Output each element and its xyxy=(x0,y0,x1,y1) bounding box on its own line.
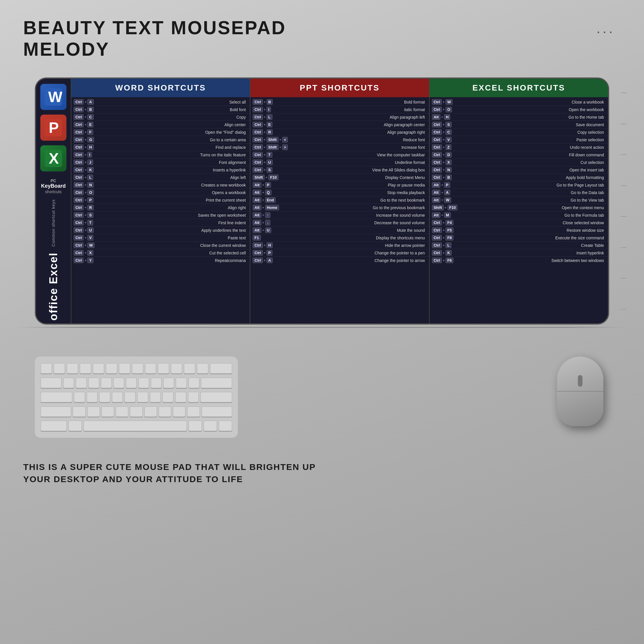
shortcut-desc: Increase the sound volume xyxy=(293,213,426,218)
excel-shortcut-list: Ctrl+WClose a workbookCtrl+OOpen the wor… xyxy=(430,97,608,323)
shortcut-row: Ctrl+DFill down command xyxy=(430,151,608,159)
kbd-key xyxy=(113,378,124,388)
key-plus: + xyxy=(84,108,87,112)
key-badge: Ctrl xyxy=(74,190,84,195)
mousepad-wrapper: W P X PC KeyBoard xyxy=(17,77,627,325)
key-plus: + xyxy=(441,115,444,119)
key-combo: Ctrl+F6 xyxy=(432,258,470,263)
shortcut-row: Ctrl+EAlign paragraph center xyxy=(250,121,429,129)
footer-line2: YOUR DESKTOP AND YOUR ATTITUDE TO LIFE xyxy=(23,473,621,485)
key-badge: Ctrl xyxy=(74,212,84,218)
key-combo: Ctrl+V xyxy=(432,137,470,142)
key-badge: Ctrl xyxy=(432,175,442,180)
key-badge: N xyxy=(446,167,452,173)
key-badge: P xyxy=(267,250,273,256)
key-badge: F4 xyxy=(446,220,453,225)
key-badge: H xyxy=(87,144,93,150)
key-combo: Ctrl+R xyxy=(74,205,108,210)
key-badge: F xyxy=(87,129,93,135)
ruler-tick xyxy=(621,154,627,155)
kbd-key xyxy=(158,363,169,374)
kbd-key xyxy=(200,392,232,402)
key-badge: B xyxy=(87,107,93,112)
key-badge: Ctrl xyxy=(74,167,84,173)
key-combo: Ctrl+H xyxy=(74,144,108,150)
key-badge: L xyxy=(446,243,451,248)
key-badge: C xyxy=(87,114,93,120)
key-combo: Ctrl+W xyxy=(74,243,108,248)
key-combo: Ctrl+U xyxy=(253,160,293,165)
shortcut-desc: Reduce font xyxy=(293,138,426,142)
kbd-key xyxy=(159,406,171,417)
key-combo: Ctrl+T xyxy=(253,152,293,158)
key-badge: Z xyxy=(446,144,451,150)
key-badge: Ctrl xyxy=(74,258,84,263)
key-combo: Ctrl+U xyxy=(74,227,108,233)
shortcut-row: Ctrl+SSaves the open worksheet xyxy=(71,211,250,219)
kbd-key xyxy=(151,378,162,388)
key-badge: G xyxy=(87,137,94,142)
shortcut-desc: Change the pointer to arrow xyxy=(293,258,426,263)
shortcut-desc: Print the current sheet xyxy=(108,198,247,202)
key-plus: + xyxy=(279,145,282,149)
shortcut-row: Ctrl+NCreates a new workbook xyxy=(71,181,250,189)
ruler-tick xyxy=(621,278,627,278)
kbd-key xyxy=(80,363,91,374)
shortcut-row: Alt+PGo to the Page Layout tab xyxy=(430,181,608,189)
kbd-key xyxy=(87,392,98,402)
kbd-key xyxy=(204,421,217,431)
shortcut-desc: Close selected window xyxy=(470,220,606,225)
kbd-key xyxy=(87,406,100,417)
key-plus: + xyxy=(262,206,265,210)
key-plus: + xyxy=(441,191,444,195)
key-badge: I xyxy=(267,107,271,112)
key-combo: Ctrl+Shift+> xyxy=(253,144,293,150)
key-badge: Ctrl xyxy=(253,250,263,256)
key-plus: + xyxy=(84,198,87,202)
kbd-key xyxy=(99,392,110,402)
shortcut-row: Alt+MGo to the Formula tab xyxy=(430,211,608,219)
shortcut-row: Ctrl+ITurns on the italic feature xyxy=(71,151,250,159)
shortcut-desc: First line indent xyxy=(108,220,247,225)
key-plus: + xyxy=(263,258,266,263)
key-plus: + xyxy=(263,251,266,255)
key-badge: Alt xyxy=(253,205,261,210)
key-plus: + xyxy=(442,221,445,225)
kbd-key xyxy=(126,378,137,388)
shortcut-row: Alt+QStop media playback xyxy=(250,189,429,196)
header-dots: ... xyxy=(596,20,615,36)
shortcut-desc: Align center xyxy=(108,122,247,127)
shortcut-desc: View the All Slides dialog box xyxy=(293,168,426,172)
key-combo: Ctrl+Z xyxy=(432,144,470,150)
shortcut-desc: Open the insert tab xyxy=(470,168,606,172)
key-badge: Ctrl xyxy=(253,129,263,135)
key-badge: Ctrl xyxy=(253,160,263,165)
shortcut-desc: Restore window size xyxy=(470,228,606,233)
key-plus: + xyxy=(442,251,445,255)
shortcut-row: Alt+AGo to the Data tab xyxy=(430,189,608,196)
key-badge: Ctrl xyxy=(432,152,442,158)
kbd-key xyxy=(124,392,135,402)
key-plus: + xyxy=(263,153,266,157)
key-badge: K xyxy=(446,250,452,256)
shortcut-row: Ctrl+JFont alignment xyxy=(71,159,250,166)
key-plus: + xyxy=(84,251,87,255)
key-badge: S xyxy=(267,167,273,173)
key-plus: + xyxy=(263,100,266,104)
key-badge: Alt xyxy=(432,212,440,218)
key-combo: Alt+W xyxy=(432,197,470,203)
kbd-key xyxy=(201,378,232,388)
key-combo: Ctrl+C xyxy=(432,129,470,135)
key-combo: Alt+↓ xyxy=(253,220,293,225)
shortcut-row: Shift+F10Open the context menu xyxy=(430,204,608,211)
key-badge: Ctrl xyxy=(432,122,442,127)
shortcut-row: Ctrl+GGo to a certain area xyxy=(71,136,250,144)
title-line1: BEAUTY TEXT MOUSEPAD xyxy=(23,17,286,38)
key-badge: F1 xyxy=(253,235,261,240)
key-badge: H xyxy=(444,114,450,120)
key-plus: + xyxy=(442,243,445,247)
key-combo: Ctrl+A xyxy=(253,258,293,263)
shortcut-row: Ctrl+UUnderline format xyxy=(250,159,429,166)
key-plus: + xyxy=(265,176,268,180)
shortcut-desc: Creates a new workbook xyxy=(108,183,247,187)
